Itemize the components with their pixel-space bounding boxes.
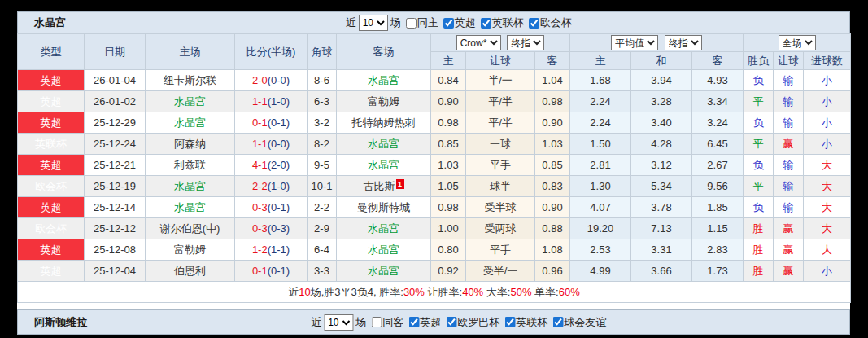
halftime-score: (1-1) [268,244,290,256]
home-team-name: 利兹联 [146,155,235,176]
result-handicap: 输 [774,176,804,197]
league-filter-checkbox[interactable] [443,18,454,29]
same-venue-label: 同客 [382,315,403,330]
ah-handicap-line: 一球 [466,134,535,155]
match-date: 26-01-02 [85,91,146,112]
league-filter-checkbox[interactable] [446,317,456,327]
away-team-label: 水晶宫 [368,159,399,171]
away-team-label: 古比斯 [364,180,395,192]
match-score: 1-1(0-0) [235,134,308,155]
matches-count-select[interactable]: 10 [359,15,388,31]
corners-score: 10-1 [308,176,337,197]
fulltime-score: 2-2 [252,180,268,192]
col-header-ah-home: 主 [431,52,466,70]
away-team-name: 水晶宫 [337,239,431,261]
eu-home-odds: 2.24 [570,112,631,134]
result-goals: 大 [804,176,851,197]
fulltime-score: 1-2 [252,244,268,256]
ah-away-odds: 0.83 [535,176,570,197]
result-group-header: 全场 [744,34,851,52]
home-team-name: 阿森纳 [146,134,235,155]
ah-handicap-line: 半/一 [466,70,535,91]
result-goals: 小 [804,91,851,112]
fulltime-score: 4-1 [252,159,268,171]
red-card-badge: 1 [396,179,404,189]
away-team-name: 水晶宫 [337,155,431,176]
match-history-table: 类型 日期 主场 比分(半场) 角球 客场 Crow* 终指 平均值 终指 全场 [17,33,851,303]
ah-home-odds: 0.80 [431,239,466,261]
fulltime-score: 0-1 [252,116,268,129]
match-type-badge: 英超 [18,239,85,261]
league-filter-checkbox[interactable] [408,317,419,327]
ah-away-odds: 0.90 [535,112,570,134]
corners-score: 8-2 [308,134,337,155]
away-team-label: 水晶宫 [368,222,399,235]
recent-label: 近 [346,15,356,30]
col-header-ah-line: 让球 [466,52,535,70]
away-team-title: 阿斯顿维拉 [34,315,87,330]
home-team-name: 富勒姆 [146,239,235,261]
away-team-name: 水晶宫 [337,218,431,239]
eu-draw-odds: 3.94 [631,70,692,91]
away-team-name: 水晶宫 [337,134,431,155]
scope-select[interactable]: 全场 [779,35,816,50]
eu-away-odds: 1.15 [692,218,744,239]
same-venue-checkbox[interactable] [371,317,382,327]
col-header-away: 客场 [337,34,431,70]
col-header-eu-draw: 和 [631,52,692,70]
corners-score: 3-3 [308,261,337,282]
home-team-name: 谢尔伯恩(中) [146,218,235,239]
same-venue-label: 同主 [417,15,438,30]
match-date: 25-12-29 [85,112,146,134]
result-handicap: 赢 [774,134,804,155]
league-filter-checkbox[interactable] [504,317,515,327]
summary-stats: 近10场,胜3平3负4, 胜率:30% 让胜率:40% 大率:50% 单率:60… [18,282,851,303]
ah-away-odds: 1.03 [535,134,570,155]
fulltime-score: 0-3 [252,201,268,213]
euro-stage-select[interactable]: 终指 [665,35,702,50]
eu-away-odds: 2.83 [692,239,744,261]
eu-home-odds: 4.07 [570,197,631,218]
league-filter-checkbox[interactable] [481,18,491,29]
match-type-badge: 英超 [18,155,85,176]
matches-count-select[interactable]: 10 [324,314,353,331]
euro-odds-group-header: 平均值 终指 [570,34,744,52]
table-row: 英超25-12-08富勒姆1-2(1-1)6-4水晶宫0.80平手1.082.5… [18,239,851,261]
odds-company-select[interactable]: Crow* [456,35,501,50]
corners-score: 9-5 [308,155,337,176]
ah-away-odds: 1.08 [535,239,570,261]
result-handicap: 输 [774,112,804,134]
eu-home-odds: 1.50 [570,134,631,155]
result-wdl: 胜 [744,218,774,239]
match-score: 0-1(0-1) [235,261,308,282]
league-filter-checkbox[interactable] [552,317,563,327]
home-team-name: 水晶宫 [146,91,235,112]
eu-draw-odds: 3.78 [631,197,692,218]
league-filter-checkbox[interactable] [529,18,539,29]
match-score: 1-2(1-1) [235,239,308,261]
league-filter-label: 英联杯 [492,15,524,30]
result-handicap: 输 [774,197,804,218]
eu-away-odds: 4.93 [692,70,744,91]
ah-home-odds: 0.85 [431,134,466,155]
eu-away-odds: 3.34 [692,91,744,112]
table-row: 英超26-01-04纽卡斯尔联2-0(0-0)8-6水晶宫0.84半/一1.04… [18,70,851,91]
fulltime-score: 0-3 [252,222,268,235]
ah-home-odds: 1.03 [431,155,466,176]
league-filter-label: 英超 [420,315,441,330]
halftime-score: (2-0) [268,159,290,171]
corners-score: 8-6 [308,70,337,91]
eu-away-odds: 9.56 [692,176,744,197]
match-type-badge: 欧会杯 [18,218,85,239]
halftime-score: (0-0) [268,138,290,150]
col-header-result: 胜负 [744,52,774,70]
match-date: 25-12-24 [85,134,146,155]
same-venue-checkbox[interactable] [406,18,417,29]
corners-score: 3-2 [308,112,337,134]
handicap-stage-select[interactable]: 终指 [507,35,544,50]
halftime-score: (1-0) [268,95,290,108]
home-team-name: 水晶宫 [146,197,235,218]
result-handicap: 输 [774,155,804,176]
euro-source-select[interactable]: 平均值 [611,35,658,50]
ah-handicap-line: 受两球 [466,218,535,239]
